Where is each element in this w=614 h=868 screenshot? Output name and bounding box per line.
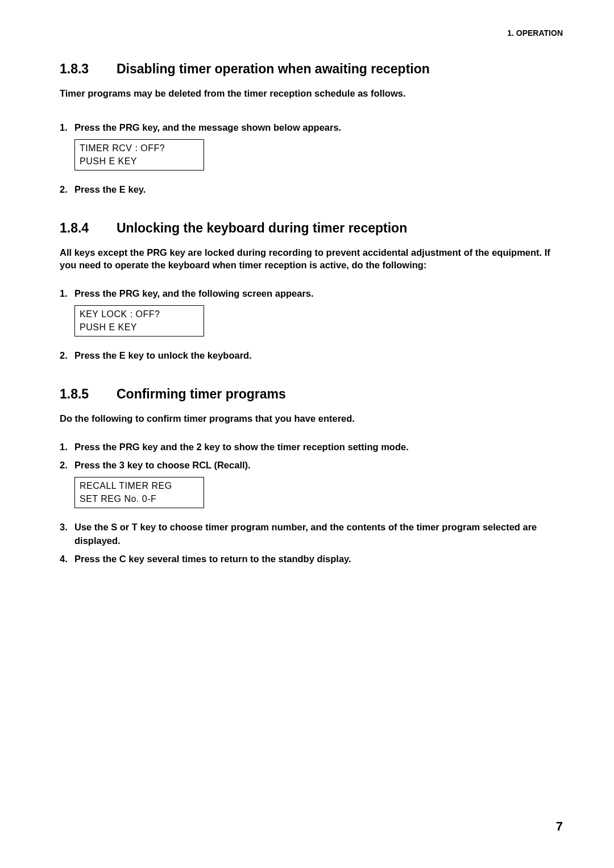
- step-number: 4.: [60, 553, 74, 566]
- step-number: 1.: [60, 287, 74, 301]
- section-title: Disabling timer operation when awaiting …: [117, 61, 430, 76]
- header-section-label: 1. OPERATION: [60, 28, 563, 38]
- step-text: Press the 3 key to choose RCL (Recall).: [74, 459, 546, 472]
- display-line-1: RECALL TIMER REG: [80, 480, 199, 492]
- section-1-8-4-heading: 1.8.4Unlocking the keyboard during timer…: [60, 221, 563, 236]
- s185-step-3: 3.Use the S or T key to choose timer pro…: [60, 521, 563, 548]
- display-line-2: PUSH E KEY: [80, 155, 199, 168]
- section-title: Unlocking the keyboard during timer rece…: [117, 221, 407, 235]
- step-text: Press the PRG key, and the following scr…: [74, 287, 546, 301]
- step-text: Press the C key several times to return …: [74, 553, 546, 566]
- s185-step-4: 4.Press the C key several times to retur…: [60, 553, 563, 566]
- display-line-1: TIMER RCV : OFF?: [80, 142, 199, 155]
- step-text: Press the PRG key, and the message shown…: [74, 121, 546, 135]
- s185-step-1: 1.Press the PRG key and the 2 key to sho…: [60, 441, 563, 454]
- s183-display-box: TIMER RCV : OFF? PUSH E KEY: [74, 139, 204, 171]
- step-number: 3.: [60, 521, 74, 534]
- section-title: Confirming timer programs: [117, 387, 286, 401]
- section-number: 1.8.3: [60, 61, 117, 77]
- section-1-8-5-heading: 1.8.5Confirming timer programs: [60, 387, 563, 402]
- s185-display-box: RECALL TIMER REG SET REG No. 0-F: [74, 477, 204, 508]
- step-number: 2.: [60, 183, 74, 197]
- s184-display-box: KEY LOCK : OFF? PUSH E KEY: [74, 305, 204, 337]
- step-text: Press the E key to unlock the keyboard.: [74, 349, 546, 363]
- step-number: 1.: [60, 441, 74, 454]
- section-1-8-3-heading: 1.8.3Disabling timer operation when awai…: [60, 61, 563, 77]
- step-text: Use the S or T key to choose timer progr…: [74, 521, 546, 548]
- s184-step-1: 1.Press the PRG key, and the following s…: [60, 287, 563, 301]
- step-number: 2.: [60, 459, 74, 472]
- s183-step-1: 1.Press the PRG key, and the message sho…: [60, 121, 563, 135]
- s184-step-2: 2.Press the E key to unlock the keyboard…: [60, 349, 563, 363]
- section-1-8-4-intro: All keys except the PRG key are locked d…: [60, 246, 563, 272]
- section-number: 1.8.4: [60, 221, 117, 236]
- s183-step-2: 2.Press the E key.: [60, 183, 563, 197]
- step-number: 2.: [60, 349, 74, 363]
- display-line-2: SET REG No. 0-F: [80, 493, 199, 505]
- section-1-8-3-intro: Timer programs may be deleted from the t…: [60, 87, 563, 99]
- display-line-2: PUSH E KEY: [80, 321, 199, 334]
- s185-step-2: 2.Press the 3 key to choose RCL (Recall)…: [60, 459, 563, 472]
- section-1-8-5-intro: Do the following to confirm timer progra…: [60, 412, 563, 425]
- step-text: Press the PRG key and the 2 key to show …: [74, 441, 546, 454]
- page-number: 7: [556, 819, 563, 834]
- section-number: 1.8.5: [60, 387, 117, 402]
- step-number: 1.: [60, 121, 74, 135]
- display-line-1: KEY LOCK : OFF?: [80, 308, 199, 321]
- step-text: Press the E key.: [74, 183, 546, 197]
